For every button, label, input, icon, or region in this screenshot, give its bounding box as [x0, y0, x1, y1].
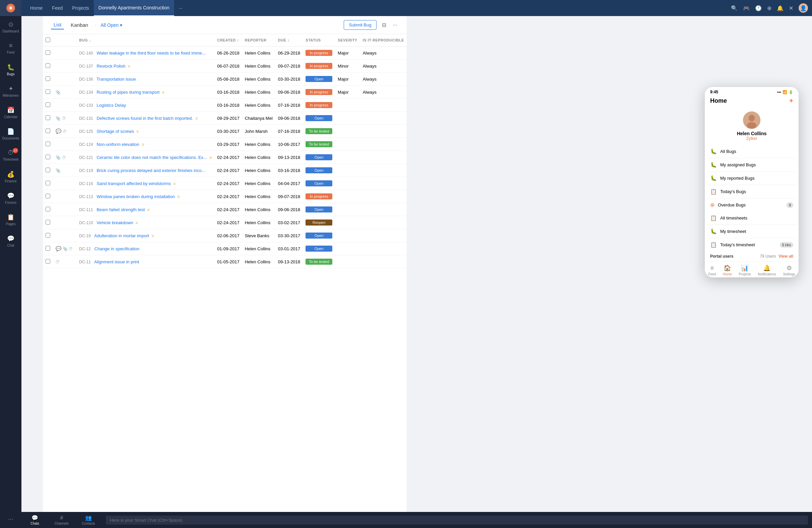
sidebar-item-dashboard[interactable]: ⊙ Dashboard: [0, 16, 21, 37]
row-checkbox[interactable]: [46, 50, 50, 55]
user-avatar[interactable]: 👤: [799, 3, 808, 13]
close-icon[interactable]: ✕: [789, 5, 793, 11]
bug-title-link[interactable]: Alignment issue in print: [94, 259, 139, 264]
bottom-tab-chats[interactable]: 💬 Chats: [43, 512, 48, 528]
topnav-projects[interactable]: Projects: [67, 0, 94, 16]
row-checkbox[interactable]: [46, 76, 50, 81]
sidebar-item-pages[interactable]: 📋 Pages: [0, 209, 21, 230]
col-created[interactable]: CREATED ↕: [214, 34, 242, 46]
filter-icon[interactable]: ⊟: [380, 20, 388, 29]
sidebar-item-documents[interactable]: 📄 Documents: [0, 123, 21, 145]
topnav-more[interactable]: ···: [174, 0, 188, 16]
phone-menu-my-assigned-bugs[interactable]: 🐛 My assigned Bugs: [708, 158, 796, 172]
phone-menu-my-reported-bugs[interactable]: 🐛 My reported Bugs: [708, 172, 796, 185]
search-icon[interactable]: 🔍: [731, 5, 738, 11]
row-due-cell: 09-06-2018: [275, 112, 303, 125]
row-checkbox[interactable]: [46, 233, 50, 238]
bug-id: DC-119: [79, 168, 93, 173]
priority-icon: ≡: [162, 90, 164, 95]
bell-icon[interactable]: 🔔: [777, 5, 784, 11]
filter-dropdown[interactable]: All Open ▾: [101, 22, 122, 28]
bug-title-link[interactable]: Logistics Delay: [97, 103, 126, 108]
row-checkbox[interactable]: [46, 141, 50, 146]
row-checkbox[interactable]: [46, 246, 50, 251]
row-checkbox[interactable]: [46, 181, 50, 185]
sidebar-item-forums[interactable]: 💬 Forums: [0, 187, 21, 209]
row-checkbox[interactable]: [46, 220, 50, 225]
sidebar-item-feed[interactable]: ≡ Feed: [0, 37, 21, 59]
submit-bug-button[interactable]: Submit Bug: [344, 20, 376, 30]
chat-input[interactable]: [106, 516, 407, 525]
bug-title-link[interactable]: Window panes broken during installation: [97, 194, 175, 199]
row-checkbox[interactable]: [46, 129, 50, 133]
bug-title-link[interactable]: Sand transport affected by windstorms: [97, 181, 171, 186]
row-checkbox[interactable]: [46, 194, 50, 198]
kanban-tab[interactable]: Kanban: [68, 21, 91, 29]
bottom-tab-contacts[interactable]: 👥 Contacts: [75, 512, 102, 528]
row-checkbox[interactable]: [46, 259, 50, 264]
top-navigation: Home Feed Projects Donnelly Apartments C…: [21, 0, 812, 16]
phone-menu-my-timesheet[interactable]: 🐛 My timesheet: [708, 225, 796, 238]
phone-menu-todays-timesheet[interactable]: 📋 Today's timesheet 5 Hrs: [708, 238, 796, 251]
bug-title-link[interactable]: Restock Polish: [97, 64, 125, 69]
phone-nav-notifications[interactable]: 🔔 Notifications: [758, 264, 776, 276]
game-icon[interactable]: 🎮: [743, 5, 750, 11]
table-row: DC-110 Vehicle breakdown ≡ 02-24-2017 He…: [43, 216, 407, 229]
topnav-feed[interactable]: Feed: [47, 0, 67, 16]
row-checkbox[interactable]: [46, 168, 50, 172]
app-logo[interactable]: [0, 0, 21, 16]
row-checkbox[interactable]: [46, 116, 50, 120]
phone-menu-todays-bugs[interactable]: 📋 Today's Bugs: [708, 185, 796, 198]
more-options-icon[interactable]: ···: [392, 21, 398, 29]
bottom-bar: 💬 Chats # Channels 👥 Contacts: [43, 512, 407, 528]
bug-title-link[interactable]: Adulteration in mortar import: [94, 233, 149, 238]
col-bug[interactable]: BUG ↓: [76, 34, 214, 46]
row-checkbox[interactable]: [46, 207, 50, 211]
bug-title-link[interactable]: Non-uniform elevation: [97, 142, 139, 147]
sidebar-item-bugs[interactable]: 🐛 Bugs: [0, 59, 21, 80]
phone-menu-all-timesheets[interactable]: 📋 All timesheets: [708, 211, 796, 225]
bug-title-link[interactable]: Shortage of screws: [97, 129, 134, 134]
assigned-bugs-label: My assigned Bugs: [720, 162, 756, 167]
sidebar-item-finance[interactable]: 💰 Finance: [0, 166, 21, 187]
row-checkbox[interactable]: [46, 102, 50, 107]
phone-nav-home[interactable]: 🏠 Home: [723, 264, 732, 276]
phone-nav-projects[interactable]: 📊 Projects: [739, 264, 751, 276]
sidebar-item-timesheet[interactable]: ⏱ 27 Timesheet: [0, 145, 21, 166]
phone-menu-all-bugs[interactable]: 🐛 All Bugs: [708, 145, 796, 158]
row-checkbox[interactable]: [46, 155, 50, 159]
topnav-home[interactable]: Home: [26, 0, 47, 16]
row-checkbox-cell: [43, 216, 53, 229]
sidebar-item-milestones[interactable]: ✦ Milestones: [0, 80, 21, 102]
bug-title-link[interactable]: Change in specification: [95, 246, 139, 251]
sidebar-item-chat[interactable]: 💬 Chat: [0, 230, 21, 252]
bug-title-link[interactable]: Rusting of pipes during transport: [97, 90, 159, 95]
phone-menu-overdue-bugs[interactable]: ⊗ Overdue Bugs 9: [708, 198, 796, 211]
bug-title-link[interactable]: Beam failed strength test: [97, 207, 145, 212]
phone-home-label: Home: [723, 272, 732, 276]
row-checkbox[interactable]: [46, 89, 50, 94]
phone-nav-settings[interactable]: ⚙ Settings: [783, 264, 795, 276]
sidebar-item-calendar[interactable]: 📅 Calendar: [0, 102, 21, 123]
bug-title-link[interactable]: Vehicle breakdown: [97, 220, 133, 225]
row-checkbox[interactable]: [46, 63, 50, 68]
list-tab[interactable]: List: [51, 20, 64, 29]
priority-icon: ≡: [177, 194, 179, 199]
sidebar-more-icon[interactable]: ···: [8, 516, 13, 523]
col-due[interactable]: DUE ↕: [275, 34, 303, 46]
view-all-link[interactable]: View all: [779, 254, 793, 259]
bug-title-link[interactable]: Ceramic tile color does not match the sp…: [97, 155, 207, 160]
clock-icon[interactable]: 🕐: [755, 5, 762, 11]
bottom-tab-channels[interactable]: # Channels: [48, 512, 75, 528]
phone-add-icon[interactable]: +: [789, 97, 793, 105]
bug-id: DC-12: [79, 246, 91, 251]
bug-title-link[interactable]: Brick curing process delayed and exterio…: [97, 168, 205, 173]
topnav-project-name[interactable]: Donnelly Apartments Construction: [94, 0, 174, 16]
phone-nav-feed[interactable]: ≡ Feed: [708, 265, 716, 276]
bug-title-link[interactable]: Transportation issue: [97, 77, 136, 82]
select-all-checkbox[interactable]: [46, 37, 50, 42]
bug-title-link[interactable]: Water leakage in the third floor needs t…: [97, 50, 205, 56]
add-icon[interactable]: ⊕: [767, 5, 771, 11]
row-created-cell: 02-24-2017: [214, 164, 242, 177]
bug-title-link[interactable]: Defective screws found in the first batc…: [97, 116, 193, 121]
